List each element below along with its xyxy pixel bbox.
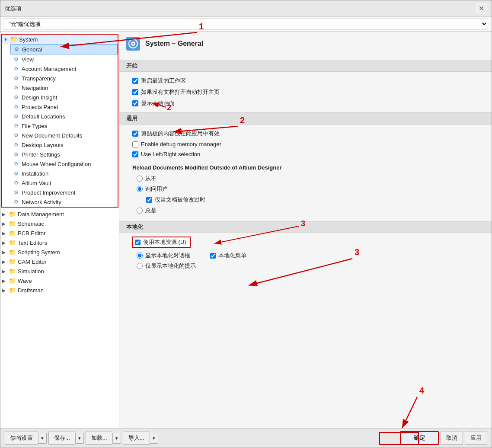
close-button[interactable]: ✕ <box>476 3 487 14</box>
load-btn-group: 加载... ▾ <box>86 432 121 445</box>
sidebar-item-default-locations[interactable]: ⚙ Default Locations <box>10 112 118 121</box>
defaults-button[interactable]: 缺省设置 <box>5 432 38 445</box>
expand-icon-pcb: ▶ <box>2 231 8 236</box>
sidebar-item-schematic[interactable]: ▶ 📁 Schematic <box>0 219 119 228</box>
checkbox-only-modified-label: 仅当文档被修改过时 <box>155 196 205 204</box>
checkbox-use-local-resources[interactable] <box>135 240 141 245</box>
checkbox-row-reopen: 重启最近的工作区 <box>132 75 485 86</box>
import-dropdown-arrow[interactable]: ▾ <box>150 433 158 444</box>
sidebar-item-printer-settings[interactable]: ⚙ Printer Settings <box>10 150 118 159</box>
checkbox-debug-memory[interactable] <box>132 141 138 147</box>
load-dropdown-arrow[interactable]: ▾ <box>112 433 121 444</box>
checkbox-localized-menus[interactable] <box>210 253 216 259</box>
sidebar-item-general[interactable]: ⚙ General <box>10 44 118 54</box>
radio-always[interactable] <box>137 208 143 214</box>
sidebar-item-view[interactable]: ⚙ View <box>10 54 118 64</box>
svg-point-2 <box>132 43 134 45</box>
sidebar-item-network-activity[interactable]: ⚙ Network Activity <box>10 197 118 207</box>
settings-icon-desktop-layouts: ⚙ <box>12 141 20 149</box>
sidebar-item-new-doc-defaults-label: New Document Defaults <box>22 132 116 139</box>
checkbox-row-open-home: 如果没有文档打开自动打开主页 <box>132 86 485 98</box>
sidebar-item-projects-panel-label: Projects Panel <box>22 104 116 110</box>
localized-menus-label: 本地化菜单 <box>218 252 246 259</box>
window-title: 优选项 <box>5 5 22 13</box>
checkbox-open-home[interactable] <box>132 89 138 95</box>
sidebar-item-cam-editor-label: CAM Editor <box>18 259 117 265</box>
localization-section-header: 本地化 <box>119 221 492 233</box>
radio-ask-user[interactable] <box>137 186 143 192</box>
sidebar-item-projects-panel[interactable]: ⚙ Projects Panel <box>10 102 118 112</box>
sidebar-item-transparency[interactable]: ⚙ Transparency <box>10 74 118 83</box>
sidebar-item-data-management[interactable]: ▶ 📁 Data Management <box>0 209 119 219</box>
sidebar-item-design-insight-label: Design Insight <box>22 94 116 101</box>
sidebar-item-altium-vault[interactable]: ⚙ Altium Vault <box>10 178 118 188</box>
localized-menus-row: 本地化菜单 <box>210 252 246 259</box>
load-button[interactable]: 加载... <box>86 432 112 445</box>
sidebar-item-scripting-system[interactable]: ▶ 📁 Scripting System <box>0 247 119 257</box>
localization-section-label: 本地化 <box>126 224 143 230</box>
radio-hints-only[interactable] <box>137 263 143 269</box>
checkbox-reopen-workspace[interactable] <box>132 78 138 84</box>
sidebar-item-draftsman[interactable]: ▶ 📁 Draftsman <box>0 285 119 295</box>
localization-sub-options: 显示本地化对话框 本地化菜单 仅显示本地化的提示 <box>132 250 485 271</box>
sidebar-item-product-improvement[interactable]: ⚙ Product Improvement <box>10 188 118 197</box>
sidebar-item-design-insight[interactable]: ⚙ Design Insight <box>10 93 118 102</box>
settings-icon-new-doc-defaults: ⚙ <box>12 131 20 139</box>
sidebar-item-mouse-wheel[interactable]: ⚙ Mouse Wheel Configuration <box>10 159 118 169</box>
checkbox-clipboard[interactable] <box>132 131 138 137</box>
checkbox-reopen-label: 重启最近的工作区 <box>141 77 186 85</box>
sidebar-item-installation-label: Installation <box>22 170 116 177</box>
bottom-bar: 缺省设置 ▾ 保存... ▾ 加载... ▾ 导入... ▾ 确定 取消 应用 <box>0 428 492 448</box>
apply-button[interactable]: 应用 <box>465 432 487 445</box>
sidebar-item-desktop-layouts[interactable]: ⚙ Desktop Layouts <box>10 140 118 150</box>
checkbox-left-right[interactable] <box>132 151 138 157</box>
sidebar-item-file-types-label: File Types <box>22 123 116 129</box>
import-btn-group: 导入... ▾ <box>123 432 158 445</box>
ok-button[interactable]: 确定 <box>400 431 439 445</box>
import-button[interactable]: 导入... <box>123 432 150 445</box>
general-section-content: 剪贴板的内容仅在此应用中有效 Enable debug memory manag… <box>119 125 492 161</box>
settings-icon-mouse-wheel: ⚙ <box>12 160 20 168</box>
cancel-button[interactable]: 取消 <box>441 432 463 445</box>
sidebar-item-account[interactable]: ⚙ Account Management <box>10 64 118 74</box>
checkbox-row-left-right: Use Left/Right selection <box>132 149 485 159</box>
sidebar-item-general-label: General <box>22 46 115 53</box>
sidebar: ▼ 📁 System ⚙ General ⚙ View ⚙ <box>0 32 119 428</box>
sidebar-item-system[interactable]: ▼ 📁 System <box>2 35 118 44</box>
expand-icon: ▼ <box>3 37 10 42</box>
general-section-header: 通用 <box>119 112 492 125</box>
save-button[interactable]: 保存... <box>48 432 75 445</box>
sidebar-item-system-label: System <box>19 36 116 43</box>
checkbox-row-clipboard: 剪贴板的内容仅在此应用中有效 <box>132 128 485 139</box>
radio-never[interactable] <box>137 176 143 182</box>
sidebar-item-file-types[interactable]: ⚙ File Types <box>10 121 118 131</box>
settings-icon-navigation: ⚙ <box>12 84 20 92</box>
content-title: System – General <box>145 40 203 48</box>
checkbox-row-only-when-modified: 仅当文档被修改过时 <box>132 194 485 205</box>
folder-icon: 📁 <box>10 35 17 43</box>
sidebar-item-pcb-editor[interactable]: ▶ 📁 PCB Editor <box>0 228 119 238</box>
folder-icon-cam: 📁 <box>8 258 16 266</box>
startup-section-header: 开始 <box>119 60 492 72</box>
localization-section-content: 使用本地资源 (U) 显示本地化对话框 本地化菜单 仅显示本地化的提示 <box>119 233 492 273</box>
sidebar-item-navigation[interactable]: ⚙ Navigation <box>10 83 118 93</box>
title-bar: 优选项 ✕ <box>0 0 492 17</box>
sidebar-item-new-doc-defaults[interactable]: ⚙ New Document Defaults <box>10 131 118 140</box>
sidebar-item-simulation-label: Simulation <box>18 268 117 275</box>
use-local-resources-label: 使用本地资源 (U) <box>143 238 186 246</box>
sidebar-item-wave[interactable]: ▶ 📁 Wave <box>0 276 119 285</box>
radio-row-show-localized-dialogs: 显示本地化对话框 本地化菜单 <box>137 250 485 261</box>
checkbox-startup-screen[interactable] <box>132 100 138 106</box>
sidebar-item-simulation[interactable]: ▶ 📁 Simulation <box>0 266 119 276</box>
folder-icon-ss: 📁 <box>8 248 16 256</box>
defaults-dropdown-arrow[interactable]: ▾ <box>38 433 47 444</box>
profile-select[interactable]: "云"端优选项 <box>4 19 488 29</box>
sidebar-item-cam-editor[interactable]: ▶ 📁 CAM Editor <box>0 257 119 266</box>
startup-section-label: 开始 <box>126 62 137 69</box>
checkbox-only-modified[interactable] <box>146 197 152 203</box>
sidebar-item-text-editors[interactable]: ▶ 📁 Text Editors <box>0 238 119 247</box>
sidebar-item-installation[interactable]: ⚙ Installation <box>10 169 118 178</box>
radio-always-label: 总是 <box>145 207 157 214</box>
save-dropdown-arrow[interactable]: ▾ <box>75 433 84 444</box>
radio-show-localized-dialogs[interactable] <box>137 253 143 259</box>
